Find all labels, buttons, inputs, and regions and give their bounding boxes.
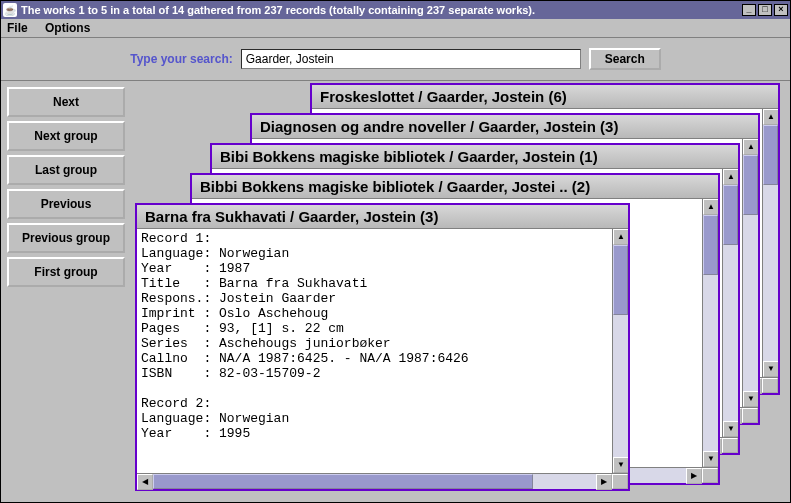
scroll-right-icon[interactable]: ▶ bbox=[596, 474, 612, 490]
search-bar: Type your search: Search bbox=[1, 38, 790, 81]
vertical-scrollbar[interactable]: ▲ ▼ bbox=[612, 229, 628, 473]
record-title: Bibi Bokkens magiske bibliotek / Gaarder… bbox=[212, 145, 738, 169]
record-window-5[interactable]: Barna fra Sukhavati / Gaarder, Jostein (… bbox=[135, 203, 630, 491]
scroll-up-icon[interactable]: ▲ bbox=[763, 109, 778, 125]
scroll-down-icon[interactable]: ▼ bbox=[613, 457, 628, 473]
scroll-up-icon[interactable]: ▲ bbox=[743, 139, 758, 155]
previous-button[interactable]: Previous bbox=[7, 189, 125, 219]
scroll-up-icon[interactable]: ▲ bbox=[613, 229, 628, 245]
menu-file[interactable]: File bbox=[7, 21, 28, 35]
scroll-corner bbox=[722, 438, 738, 453]
vertical-scrollbar[interactable]: ▲ ▼ bbox=[762, 109, 778, 377]
scroll-up-icon[interactable]: ▲ bbox=[703, 199, 718, 215]
record-text[interactable]: Record 1: Language: Norwegian Year : 198… bbox=[137, 229, 612, 473]
minimize-button[interactable]: _ bbox=[742, 4, 756, 16]
scroll-up-icon[interactable]: ▲ bbox=[723, 169, 738, 185]
maximize-button[interactable]: □ bbox=[758, 4, 772, 16]
first-group-button[interactable]: First group bbox=[7, 257, 125, 287]
scroll-corner bbox=[612, 474, 628, 489]
scroll-down-icon[interactable]: ▼ bbox=[703, 451, 718, 467]
vertical-scrollbar[interactable]: ▲ ▼ bbox=[742, 139, 758, 407]
window-title: The works 1 to 5 in a total of 14 gather… bbox=[21, 4, 742, 16]
scroll-down-icon[interactable]: ▼ bbox=[723, 421, 738, 437]
record-title: Froskeslottet / Gaarder, Jostein (6) bbox=[312, 85, 778, 109]
close-button[interactable]: × bbox=[774, 4, 788, 16]
previous-group-button[interactable]: Previous group bbox=[7, 223, 125, 253]
search-input[interactable] bbox=[241, 49, 581, 69]
results-area: Froskeslottet / Gaarder, Jostein (6) ▲ ▼… bbox=[131, 81, 790, 502]
record-title: Diagnosen og andre noveller / Gaarder, J… bbox=[252, 115, 758, 139]
menubar: File Options bbox=[1, 19, 790, 38]
last-group-button[interactable]: Last group bbox=[7, 155, 125, 185]
scroll-left-icon[interactable]: ◀ bbox=[137, 474, 153, 490]
scroll-corner bbox=[702, 468, 718, 483]
next-group-button[interactable]: Next group bbox=[7, 121, 125, 151]
scroll-corner bbox=[762, 378, 778, 393]
search-label: Type your search: bbox=[130, 52, 232, 66]
next-button[interactable]: Next bbox=[7, 87, 125, 117]
menu-options[interactable]: Options bbox=[45, 21, 90, 35]
horizontal-scrollbar[interactable]: ◀ ▶ bbox=[137, 473, 628, 489]
vertical-scrollbar[interactable]: ▲ ▼ bbox=[702, 199, 718, 467]
record-title: Barna fra Sukhavati / Gaarder, Jostein (… bbox=[137, 205, 628, 229]
scroll-down-icon[interactable]: ▼ bbox=[743, 391, 758, 407]
scroll-right-icon[interactable]: ▶ bbox=[686, 468, 702, 484]
java-icon: ☕ bbox=[3, 3, 17, 17]
titlebar: ☕ The works 1 to 5 in a total of 14 gath… bbox=[1, 1, 790, 19]
content-area: Next Next group Last group Previous Prev… bbox=[1, 81, 790, 502]
scroll-corner bbox=[742, 408, 758, 423]
scroll-down-icon[interactable]: ▼ bbox=[763, 361, 778, 377]
sidebar: Next Next group Last group Previous Prev… bbox=[1, 81, 131, 502]
app-window: ☕ The works 1 to 5 in a total of 14 gath… bbox=[0, 0, 791, 503]
vertical-scrollbar[interactable]: ▲ ▼ bbox=[722, 169, 738, 437]
search-button[interactable]: Search bbox=[589, 48, 661, 70]
record-title: Bibbi Bokkens magiske bibliotek / Gaarde… bbox=[192, 175, 718, 199]
